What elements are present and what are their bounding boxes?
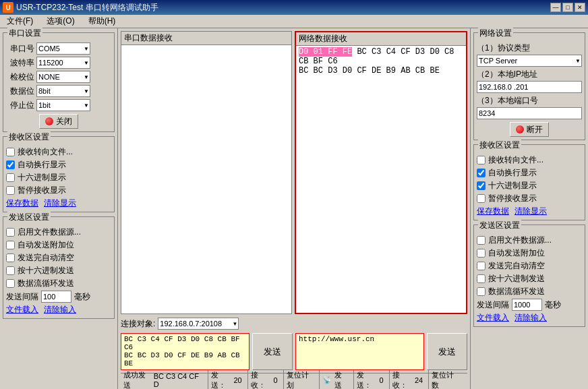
center-send-input[interactable]: BC C3 C4 CF D3 D0 C8 CB BF C6BC BC D3 D0… <box>121 333 249 370</box>
send-check-loop[interactable] <box>6 279 15 288</box>
r-check-hex[interactable] <box>477 181 486 190</box>
serial-receive-panel: 串口数据接收 <box>121 31 292 314</box>
connection-select-wrapper: 192.168.0.7:20108 <box>158 318 239 330</box>
title-bar-buttons: — □ ✕ <box>550 3 585 12</box>
send-check-3: 按十六进制发送 <box>6 265 111 276</box>
right-send-settings-group: 发送区设置 启用文件数据源... 自动发送附加位 发送完自动清空 按十六进制发送… <box>473 225 585 327</box>
stopbits-select[interactable]: 1bit 2bit <box>36 99 90 111</box>
ip-input[interactable] <box>477 81 582 93</box>
protocol-select-wrapper: TCP Server TCP Client UDP <box>477 55 582 67</box>
reset-label: 复位计划 <box>287 370 314 390</box>
rs-check-file-source[interactable] <box>477 236 486 245</box>
right-panel: 网络设置 （1）协议类型 TCP Server TCP Client UDP （… <box>470 28 588 389</box>
interval-input[interactable] <box>41 291 71 303</box>
check-pause-receive[interactable] <box>6 186 15 195</box>
status-right-receive: 接收： 24 <box>392 370 430 390</box>
port-label: 串口号 <box>6 43 34 55</box>
connection-select[interactable]: 192.168.0.7:20108 <box>158 318 239 330</box>
menu-file[interactable]: 文件(F) <box>3 15 37 28</box>
right-send-input[interactable]: http://www.usr.cn <box>295 333 424 370</box>
send-check-auto-clear[interactable] <box>6 253 15 262</box>
serial-close-button[interactable]: 关闭 <box>39 114 78 129</box>
highlighted-bytes: D0 01 FF FE <box>299 47 352 57</box>
check-label-2: 十六进制显示 <box>18 172 66 183</box>
databits-select[interactable]: 8bit 7bit <box>36 85 90 97</box>
right-file-load-link[interactable]: 文件载入 <box>477 312 509 324</box>
send-check-append[interactable] <box>6 241 15 249</box>
rs-check-0: 启用文件数据源... <box>477 235 582 246</box>
maximize-button[interactable]: □ <box>562 3 573 12</box>
r-check-redirect[interactable] <box>477 156 486 164</box>
network-receive-panel: 网络数据接收 D0 01 FF FE BC C3 C4 CF D3 D0 C8 … <box>295 31 467 314</box>
clear-display-link[interactable]: 清除显示 <box>44 198 76 209</box>
netport-row: （3）本地端口号 <box>477 95 582 119</box>
r-check-row-2: 十六进制显示 <box>477 180 582 191</box>
r-check-auto-wrap[interactable] <box>477 169 486 177</box>
rs-check-loop[interactable] <box>477 287 486 296</box>
check-auto-wrap[interactable] <box>6 160 15 169</box>
save-data-link[interactable]: 保存数据 <box>6 198 38 209</box>
right-send-value: http://www.usr.cn <box>299 335 374 343</box>
right-save-link[interactable]: 保存数据 <box>477 206 509 217</box>
rs-check-auto-clear[interactable] <box>477 262 486 270</box>
right-send-label: 发送 <box>438 346 456 358</box>
status-receive: 接收： 0 <box>251 370 284 390</box>
right-send-button[interactable]: 发送 <box>427 333 467 370</box>
protocol-select[interactable]: TCP Server TCP Client UDP <box>477 55 582 67</box>
check-redirect-file[interactable] <box>6 148 15 156</box>
check-hex-display[interactable] <box>6 173 15 182</box>
network-settings-group: 网络设置 （1）协议类型 TCP Server TCP Client UDP （… <box>473 32 585 140</box>
right-send-value: 0 <box>379 376 383 384</box>
send-icon: 📡 <box>322 376 332 384</box>
right-clear-input-link[interactable]: 清除输入 <box>514 312 547 324</box>
send-label2: 发送 <box>334 370 347 390</box>
right-send-links: 文件载入 清除输入 <box>477 312 582 324</box>
right-receive-links: 保存数据 清除显示 <box>477 206 582 217</box>
minimize-button[interactable]: — <box>550 3 561 12</box>
rs-check-label-0: 启用文件数据源... <box>488 235 552 246</box>
send-check-file-source[interactable] <box>6 228 15 237</box>
center-send-button[interactable]: 发送 <box>252 333 293 370</box>
status-right-reset: 复位计数 <box>432 370 465 390</box>
netport-input[interactable] <box>477 107 582 119</box>
send-check-hex[interactable] <box>6 266 15 275</box>
serial-settings-group: 串口设置 串口号 COM5 COM1 COM2 COM3 COM4 波特率 <box>3 32 115 132</box>
check-label-3: 暂停接收显示 <box>18 185 66 196</box>
net-red-indicator <box>516 125 524 133</box>
menu-help[interactable]: 帮助(H) <box>84 15 120 28</box>
send-check-0: 启用文件数据源... <box>6 227 111 238</box>
network-receive-title: 网络数据接收 <box>296 32 466 46</box>
protocol-label: （1）协议类型 <box>477 42 582 54</box>
network-open-button[interactable]: 断开 <box>510 122 549 137</box>
netport-label: （3）本地端口号 <box>477 95 582 107</box>
baud-select[interactable]: 115200 9600 19200 38400 57600 <box>36 57 90 69</box>
menu-options[interactable]: 选项(O) <box>42 15 78 28</box>
databits-row: 数据位 8bit 7bit <box>6 85 111 97</box>
status-send-icon: 📡 发送 <box>322 370 353 390</box>
check-row-2: 十六进制显示 <box>6 172 111 183</box>
right-send-settings-title: 发送区设置 <box>478 220 521 231</box>
left-panel: 串口设置 串口号 COM5 COM1 COM2 COM3 COM4 波特率 <box>0 28 118 389</box>
parity-select[interactable]: NONE ODD EVEN <box>36 71 90 83</box>
parity-select-wrapper: NONE ODD EVEN <box>36 71 90 83</box>
success-data: BC C3 C4 CF D <box>154 372 202 388</box>
r-check-pause[interactable] <box>477 194 486 203</box>
send-check-label-1: 自动发送附加位 <box>18 239 74 251</box>
right-clear-link[interactable]: 清除显示 <box>514 206 547 217</box>
parity-label: 检校位 <box>6 71 34 83</box>
port-select[interactable]: COM5 COM1 COM2 COM3 COM4 <box>36 42 90 55</box>
r-check-row-1: 自动换行显示 <box>477 167 582 179</box>
check-row-1: 自动换行显示 <box>6 159 111 171</box>
clear-input-link[interactable]: 清除输入 <box>44 304 76 316</box>
rs-check-hex[interactable] <box>477 274 486 283</box>
file-load-link[interactable]: 文件载入 <box>6 304 38 316</box>
receive-value: 0 <box>274 376 278 384</box>
close-button[interactable]: ✕ <box>575 3 585 12</box>
status-bar: 成功发送 BC C3 C4 CF D 发送： 20 接收： 0 复位计划 📡 发… <box>121 373 467 386</box>
port-select-wrapper: COM5 COM1 COM2 COM3 COM4 <box>36 42 90 55</box>
interval-label: 发送间隔 <box>6 291 38 303</box>
send-check-label-4: 数据流循环发送 <box>18 278 74 289</box>
rs-check-append[interactable] <box>477 249 486 258</box>
stopbits-label: 停止位 <box>6 100 34 111</box>
right-interval-input[interactable] <box>512 299 542 311</box>
